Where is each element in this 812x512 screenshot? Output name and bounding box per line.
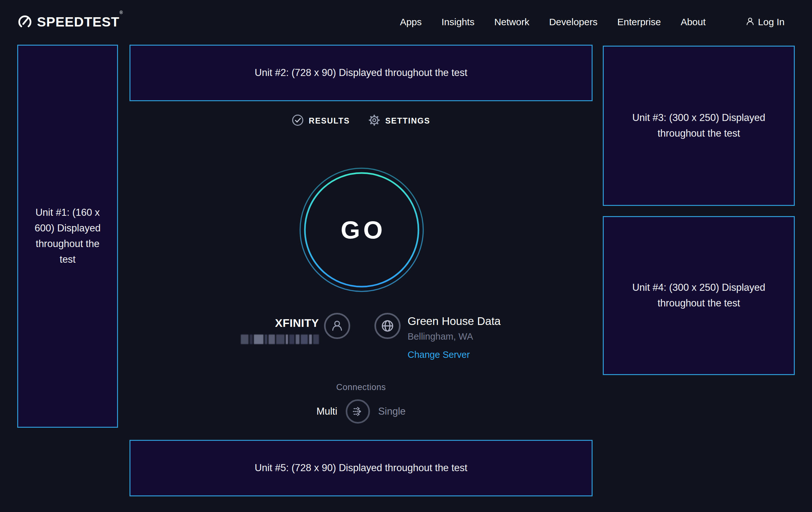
nav-item-apps[interactable]: Apps [400,17,422,27]
server-globe-icon [374,313,401,339]
ad-unit-4-label: Unit #4: (300 x 250) Displayed throughou… [624,280,774,311]
ad-unit-1-skyscraper[interactable]: Unit #1: (160 x 600) Displayed throughou… [17,45,118,428]
isp-name: XFINITY [275,317,319,329]
server-name: Green House Data [408,315,501,327]
connections-section: Connections Multi Single [129,382,592,424]
provider-server-row: XFINITY Green House Data Bellingham, WA … [250,313,501,360]
tab-results-label: RESULTS [309,116,350,126]
gear-icon [368,114,380,127]
top-nav: SPEEDTEST® Apps Insights Network Develop… [0,0,812,44]
change-server-link[interactable]: Change Server [408,350,501,360]
server-block: Green House Data Bellingham, WA Change S… [408,315,501,360]
ad-unit-2-leaderboard[interactable]: Unit #2: (728 x 90) Displayed throughout… [129,45,592,101]
speedtest-logo[interactable]: SPEEDTEST® [18,15,123,30]
go-button-label: GO [299,167,425,293]
check-circle-icon [292,114,303,127]
isp-ip-redacted [241,334,319,344]
ad-unit-3-rectangle[interactable]: Unit #3: (300 x 250) Displayed throughou… [603,46,795,206]
connections-toggle[interactable]: Multi Single [316,399,406,424]
connections-single-label[interactable]: Single [378,406,406,417]
server-location: Bellingham, WA [408,331,501,342]
ad-unit-5-leaderboard[interactable]: Unit #5: (728 x 90) Displayed throughout… [129,440,592,496]
tab-settings[interactable]: SETTINGS [368,114,430,127]
connections-label: Connections [336,382,386,392]
view-tabs: RESULTS SETTINGS [129,114,592,127]
ad-unit-4-rectangle[interactable]: Unit #4: (300 x 250) Displayed throughou… [603,216,795,375]
isp-avatar-icon [324,313,350,339]
isp-block: XFINITY [250,317,319,344]
nav-item-enterprise[interactable]: Enterprise [617,17,661,27]
user-icon [745,17,755,27]
tab-results[interactable]: RESULTS [292,114,350,127]
nav-item-insights[interactable]: Insights [441,17,474,27]
nav-item-developers[interactable]: Developers [549,17,598,27]
connections-multi-label[interactable]: Multi [316,406,337,417]
ad-unit-5-label: Unit #5: (728 x 90) Displayed throughout… [255,460,468,476]
main-nav: Apps Insights Network Developers Enterpr… [400,17,785,27]
trademark-symbol: ® [120,10,123,15]
ad-unit-3-label: Unit #3: (300 x 250) Displayed throughou… [624,110,774,141]
multi-connections-icon[interactable] [346,399,370,424]
ad-unit-2-label: Unit #2: (728 x 90) Displayed throughout… [255,65,468,81]
go-button[interactable]: GO [299,167,425,293]
login-label: Log In [758,17,785,27]
nav-item-about[interactable]: About [680,17,705,27]
tab-settings-label: SETTINGS [385,116,430,126]
logo-wordmark: SPEEDTEST® [37,15,123,30]
nav-item-network[interactable]: Network [494,17,529,27]
ad-unit-1-label: Unit #1: (160 x 600) Displayed throughou… [28,205,107,268]
login-button[interactable]: Log In [745,17,785,27]
speedtest-gauge-icon [18,15,32,29]
